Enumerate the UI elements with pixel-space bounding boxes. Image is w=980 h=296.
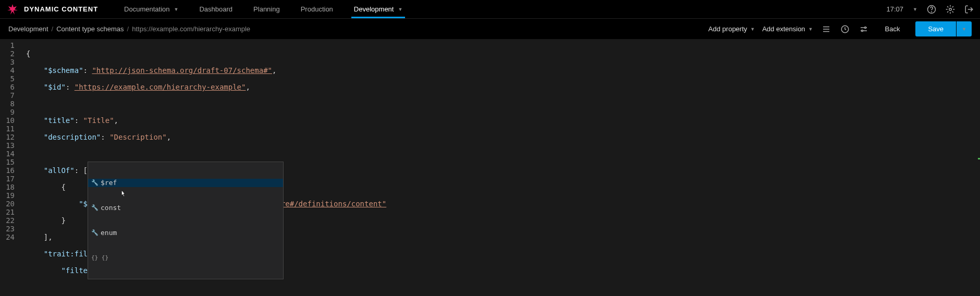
nav-documentation[interactable]: Documentation ▼ [114,0,189,18]
code-editor[interactable]: 123456789101112131415161718192021222324 … [0,39,980,296]
minimap-marker [978,158,980,159]
add-extension-button[interactable]: Add extension ▼ [762,25,813,33]
nav-planning[interactable]: Planning [243,0,290,18]
actionbar: Development / Content type schemas / htt… [0,18,980,39]
breadcrumb: Development / Content type schemas / htt… [8,25,250,33]
history-icon[interactable] [839,23,851,35]
breadcrumb-item[interactable]: Development [8,25,48,33]
wrench-icon: 🔧 [91,179,97,187]
autocomplete-item[interactable]: 🔧 $ref [88,179,283,187]
caret-down-icon: ▼ [398,7,402,12]
breadcrumb-item[interactable]: Content type schemas [56,25,124,33]
autocomplete-item[interactable]: {} {} [88,254,283,262]
caret-down-icon: ▼ [962,27,966,32]
add-property-button[interactable]: Add property ▼ [708,25,755,33]
save-dropdown-button[interactable]: ▼ [957,21,972,36]
settings-slider-icon[interactable] [858,23,869,35]
caret-down-icon: ▼ [808,27,813,32]
autocomplete-item[interactable]: 🔧 enum [88,229,283,237]
time-display: 17:07 [887,5,904,13]
logo-icon [6,3,19,16]
logout-icon[interactable] [964,5,974,14]
svg-point-4 [864,27,866,28]
logo[interactable]: DYNAMIC CONTENT [6,3,98,16]
wrench-icon: 🔧 [91,204,97,212]
nav-dashboard[interactable]: Dashboard [189,0,243,18]
save-button[interactable]: Save [915,21,956,36]
breadcrumb-item: https://example.com/hierarchy-example [132,25,250,33]
line-gutter: 123456789101112131415161718192021222324 [0,39,20,296]
back-button[interactable]: Back [877,22,909,36]
logo-text: DYNAMIC CONTENT [24,5,98,13]
autocomplete-popup: 🔧 $ref 🔧 const 🔧 enum {} {} [88,162,284,279]
svg-point-1 [932,11,932,12]
time-caret-icon[interactable]: ▼ [913,7,917,12]
wrench-icon: 🔧 [91,229,97,237]
snippet-icon: {} {} [91,254,108,262]
caret-down-icon: ▼ [750,27,755,32]
gear-icon[interactable] [946,5,955,14]
topbar: DYNAMIC CONTENT Documentation ▼ Dashboar… [0,0,980,18]
svg-point-2 [949,8,952,10]
svg-point-5 [861,30,863,31]
format-icon[interactable] [820,23,832,35]
help-icon[interactable] [927,5,936,14]
nav-development[interactable]: Development ▼ [344,0,413,18]
code-content[interactable]: { "$schema": "http://json-schema.org/dra… [20,39,980,296]
nav-tabs: Documentation ▼ Dashboard Planning Produ… [114,0,413,18]
nav-production[interactable]: Production [290,0,344,18]
caret-down-icon: ▼ [174,7,179,12]
autocomplete-item[interactable]: 🔧 const [88,204,283,212]
